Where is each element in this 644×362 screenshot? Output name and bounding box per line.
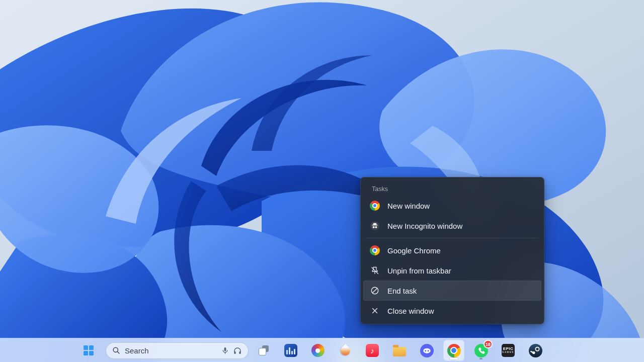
taskbar-app-discord[interactable] bbox=[417, 340, 437, 360]
taskbar-icon-row: Search bbox=[78, 338, 545, 362]
menu-item-new-incognito-window[interactable]: New Incognito window bbox=[363, 216, 541, 236]
menu-item-new-window[interactable]: New window bbox=[363, 196, 541, 216]
taskbar-app-epic-games[interactable]: EPIC GAMES bbox=[498, 340, 518, 360]
close-icon bbox=[370, 306, 380, 316]
chrome-icon bbox=[370, 245, 380, 255]
incognito-icon bbox=[370, 221, 380, 231]
menu-item-google-chrome[interactable]: Google Chrome bbox=[363, 240, 541, 260]
discord-icon bbox=[420, 344, 434, 357]
desktop: Tasks New window New Incognito window bbox=[0, 0, 644, 362]
menu-item-label: Google Chrome bbox=[387, 246, 441, 255]
task-view-button[interactable] bbox=[254, 340, 274, 360]
windows-logo-icon bbox=[84, 345, 94, 355]
task-manager-icon bbox=[284, 344, 297, 357]
start-button[interactable] bbox=[78, 340, 99, 360]
menu-item-label: Close window bbox=[387, 307, 434, 315]
taskbar-app-music[interactable]: ♪ bbox=[362, 340, 382, 360]
menu-item-unpin-from-taskbar[interactable]: Unpin from taskbar bbox=[363, 260, 541, 281]
apple-music-icon: ♪ bbox=[366, 344, 379, 357]
steam-icon bbox=[529, 344, 542, 357]
active-app-indicator bbox=[450, 358, 458, 359]
microphone-icon bbox=[221, 346, 229, 355]
taskbar-app-chrome[interactable] bbox=[444, 340, 464, 360]
chrome-jump-list: Tasks New window New Incognito window bbox=[360, 177, 544, 324]
chrome-icon bbox=[447, 344, 461, 357]
taskbar-app-droplet[interactable] bbox=[335, 340, 355, 360]
taskbar-app-paint[interactable] bbox=[308, 340, 328, 360]
notification-badge: 18 bbox=[484, 340, 493, 348]
menu-divider bbox=[366, 238, 539, 238]
chrome-icon bbox=[370, 201, 380, 211]
running-app-indicator bbox=[479, 358, 482, 359]
droplet-app-icon bbox=[339, 344, 352, 357]
jump-list-section-header: Tasks bbox=[361, 179, 544, 196]
taskbar-app-task-manager[interactable] bbox=[281, 340, 301, 360]
taskbar-app-whatsapp[interactable]: 18 bbox=[471, 340, 491, 360]
taskbar: Search bbox=[0, 338, 644, 362]
menu-item-label: End task bbox=[387, 287, 417, 295]
menu-item-close-window[interactable]: Close window bbox=[363, 301, 541, 321]
end-task-icon bbox=[370, 286, 380, 296]
search-box[interactable]: Search bbox=[106, 342, 249, 359]
wallpaper-bloom bbox=[0, 0, 644, 362]
taskbar-app-file-explorer[interactable] bbox=[389, 340, 410, 360]
epic-games-icon: EPIC GAMES bbox=[502, 344, 515, 357]
menu-item-label: New window bbox=[387, 202, 430, 210]
file-explorer-folder-icon bbox=[393, 347, 406, 356]
search-icon bbox=[112, 346, 120, 354]
search-highlights bbox=[221, 346, 242, 355]
headphones-icon bbox=[233, 346, 242, 355]
task-view-icon bbox=[258, 344, 270, 356]
unpin-icon bbox=[370, 265, 380, 276]
menu-item-label: New Incognito window bbox=[387, 222, 462, 230]
menu-item-end-task[interactable]: End task bbox=[363, 281, 541, 301]
taskbar-app-steam[interactable] bbox=[525, 340, 545, 360]
search-label: Search bbox=[125, 346, 216, 355]
paint-palette-icon bbox=[311, 344, 325, 357]
menu-item-label: Unpin from taskbar bbox=[387, 266, 451, 275]
